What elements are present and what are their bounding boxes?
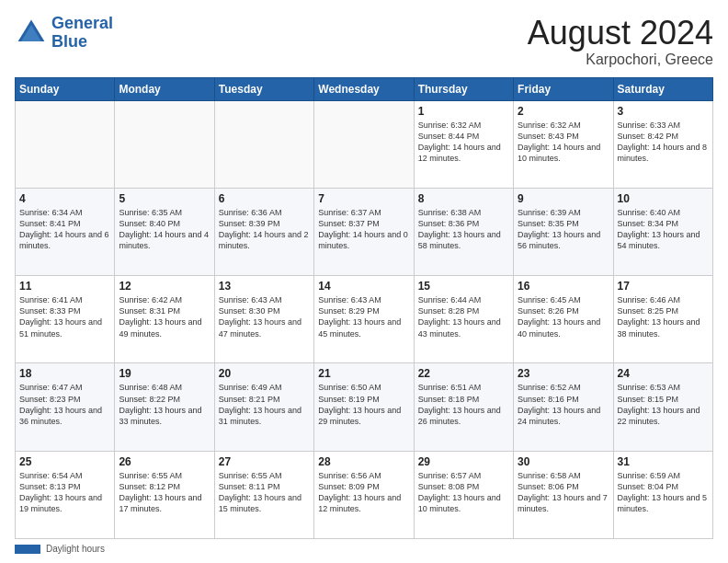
calendar-week-row: 25Sunrise: 6:54 AM Sunset: 8:13 PM Dayli… [16,451,713,538]
day-info: Sunrise: 6:56 AM Sunset: 8:09 PM Dayligh… [318,470,409,515]
calendar-cell: 28Sunrise: 6:56 AM Sunset: 8:09 PM Dayli… [314,451,414,538]
day-info: Sunrise: 6:50 AM Sunset: 8:19 PM Dayligh… [318,382,409,427]
day-info: Sunrise: 6:55 AM Sunset: 8:11 PM Dayligh… [219,470,310,515]
day-number: 5 [119,192,210,205]
day-number: 27 [219,455,310,468]
day-info: Sunrise: 6:58 AM Sunset: 8:06 PM Dayligh… [518,470,609,515]
day-info: Sunrise: 6:55 AM Sunset: 8:12 PM Dayligh… [119,470,210,515]
calendar-cell: 17Sunrise: 6:46 AM Sunset: 8:25 PM Dayli… [613,276,712,363]
header: General Blue August 2024 Karpochori, Gre… [15,15,713,68]
calendar-weekday-sunday: Sunday [16,77,115,100]
day-number: 9 [518,192,609,205]
calendar-weekday-thursday: Thursday [414,77,513,100]
calendar-cell: 15Sunrise: 6:44 AM Sunset: 8:28 PM Dayli… [414,276,513,363]
subtitle: Karpochori, Greece [528,52,713,68]
calendar-cell: 27Sunrise: 6:55 AM Sunset: 8:11 PM Dayli… [214,451,313,538]
logo-line2: Blue [51,32,87,51]
day-number: 23 [518,367,609,380]
day-number: 29 [418,455,509,468]
calendar-cell: 5Sunrise: 6:35 AM Sunset: 8:40 PM Daylig… [115,188,214,275]
calendar-week-row: 18Sunrise: 6:47 AM Sunset: 8:23 PM Dayli… [16,363,713,451]
calendar-cell: 16Sunrise: 6:45 AM Sunset: 8:26 PM Dayli… [514,276,613,363]
day-number: 1 [418,105,509,118]
day-info: Sunrise: 6:46 AM Sunset: 8:25 PM Dayligh… [618,294,709,339]
day-number: 28 [318,455,409,468]
calendar-cell: 2Sunrise: 6:32 AM Sunset: 8:43 PM Daylig… [514,100,613,188]
day-number: 15 [418,280,509,293]
day-info: Sunrise: 6:59 AM Sunset: 8:04 PM Dayligh… [618,470,709,515]
day-number: 21 [318,367,409,380]
day-number: 16 [518,280,609,293]
day-info: Sunrise: 6:38 AM Sunset: 8:36 PM Dayligh… [418,207,509,252]
day-number: 13 [219,280,310,293]
title-block: August 2024 Karpochori, Greece [528,15,713,68]
day-info: Sunrise: 6:54 AM Sunset: 8:13 PM Dayligh… [19,470,110,515]
calendar-cell: 12Sunrise: 6:42 AM Sunset: 8:31 PM Dayli… [115,276,214,363]
day-info: Sunrise: 6:44 AM Sunset: 8:28 PM Dayligh… [418,294,509,339]
day-info: Sunrise: 6:37 AM Sunset: 8:37 PM Dayligh… [318,207,409,252]
calendar-header-row: SundayMondayTuesdayWednesdayThursdayFrid… [16,77,713,100]
calendar-cell: 1Sunrise: 6:32 AM Sunset: 8:44 PM Daylig… [414,100,513,188]
calendar-cell [16,100,115,188]
calendar-cell: 9Sunrise: 6:39 AM Sunset: 8:35 PM Daylig… [514,188,613,275]
day-info: Sunrise: 6:32 AM Sunset: 8:44 PM Dayligh… [418,120,509,165]
calendar-cell: 22Sunrise: 6:51 AM Sunset: 8:18 PM Dayli… [414,363,513,451]
day-number: 4 [19,192,110,205]
day-number: 7 [318,192,409,205]
calendar-cell [214,100,313,188]
calendar-cell: 4Sunrise: 6:34 AM Sunset: 8:41 PM Daylig… [16,188,115,275]
day-info: Sunrise: 6:51 AM Sunset: 8:18 PM Dayligh… [418,382,509,427]
day-number: 30 [518,455,609,468]
day-number: 17 [618,280,709,293]
calendar-week-row: 1Sunrise: 6:32 AM Sunset: 8:44 PM Daylig… [16,100,713,188]
calendar-body: 1Sunrise: 6:32 AM Sunset: 8:44 PM Daylig… [16,100,713,538]
day-number: 18 [19,367,110,380]
logo-text: General Blue [51,15,113,52]
day-info: Sunrise: 6:45 AM Sunset: 8:26 PM Dayligh… [518,294,609,339]
calendar-weekday-saturday: Saturday [613,77,712,100]
day-number: 6 [219,192,310,205]
day-number: 26 [119,455,210,468]
calendar-cell: 10Sunrise: 6:40 AM Sunset: 8:34 PM Dayli… [613,188,712,275]
calendar-cell: 13Sunrise: 6:43 AM Sunset: 8:30 PM Dayli… [214,276,313,363]
day-info: Sunrise: 6:34 AM Sunset: 8:41 PM Dayligh… [19,207,110,252]
calendar-cell: 8Sunrise: 6:38 AM Sunset: 8:36 PM Daylig… [414,188,513,275]
calendar-week-row: 11Sunrise: 6:41 AM Sunset: 8:33 PM Dayli… [16,276,713,363]
day-info: Sunrise: 6:57 AM Sunset: 8:08 PM Dayligh… [418,470,509,515]
day-info: Sunrise: 6:49 AM Sunset: 8:21 PM Dayligh… [219,382,310,427]
calendar-cell: 23Sunrise: 6:52 AM Sunset: 8:16 PM Dayli… [514,363,613,451]
day-info: Sunrise: 6:32 AM Sunset: 8:43 PM Dayligh… [518,120,609,165]
calendar-cell: 7Sunrise: 6:37 AM Sunset: 8:37 PM Daylig… [314,188,414,275]
day-info: Sunrise: 6:48 AM Sunset: 8:22 PM Dayligh… [119,382,210,427]
day-info: Sunrise: 6:43 AM Sunset: 8:30 PM Dayligh… [219,294,310,339]
day-info: Sunrise: 6:36 AM Sunset: 8:39 PM Dayligh… [219,207,310,252]
calendar-cell: 18Sunrise: 6:47 AM Sunset: 8:23 PM Dayli… [16,363,115,451]
legend: Daylight hours [15,544,713,554]
calendar-cell: 21Sunrise: 6:50 AM Sunset: 8:19 PM Dayli… [314,363,414,451]
calendar-table: SundayMondayTuesdayWednesdayThursdayFrid… [15,77,713,539]
day-number: 14 [318,280,409,293]
calendar-cell: 6Sunrise: 6:36 AM Sunset: 8:39 PM Daylig… [214,188,313,275]
day-info: Sunrise: 6:52 AM Sunset: 8:16 PM Dayligh… [518,382,609,427]
calendar-cell: 20Sunrise: 6:49 AM Sunset: 8:21 PM Dayli… [214,363,313,451]
calendar-cell: 19Sunrise: 6:48 AM Sunset: 8:22 PM Dayli… [115,363,214,451]
legend-label: Daylight hours [46,544,105,554]
calendar-cell: 24Sunrise: 6:53 AM Sunset: 8:15 PM Dayli… [613,363,712,451]
logo-line1: General [51,14,113,32]
main-title: August 2024 [528,15,713,52]
day-info: Sunrise: 6:42 AM Sunset: 8:31 PM Dayligh… [119,294,210,339]
logo-icon [15,17,48,50]
day-info: Sunrise: 6:53 AM Sunset: 8:15 PM Dayligh… [618,382,709,427]
calendar-cell: 14Sunrise: 6:43 AM Sunset: 8:29 PM Dayli… [314,276,414,363]
calendar-weekday-tuesday: Tuesday [214,77,313,100]
day-number: 10 [618,192,709,205]
day-number: 8 [418,192,509,205]
calendar-weekday-monday: Monday [115,77,214,100]
calendar-cell: 30Sunrise: 6:58 AM Sunset: 8:06 PM Dayli… [514,451,613,538]
day-number: 22 [418,367,509,380]
day-info: Sunrise: 6:40 AM Sunset: 8:34 PM Dayligh… [618,207,709,252]
day-info: Sunrise: 6:41 AM Sunset: 8:33 PM Dayligh… [19,294,110,339]
calendar-weekday-wednesday: Wednesday [314,77,414,100]
day-number: 2 [518,105,609,118]
day-info: Sunrise: 6:33 AM Sunset: 8:42 PM Dayligh… [618,120,709,165]
